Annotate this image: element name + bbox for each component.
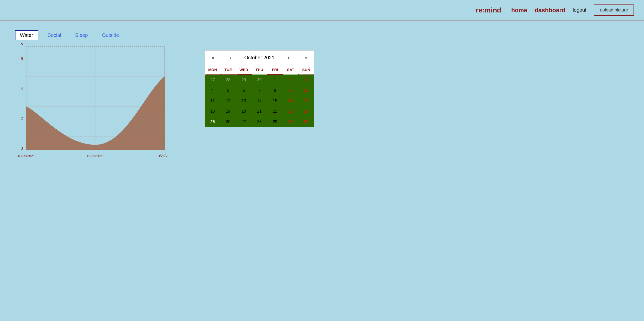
calendar-day[interactable]: 12 (220, 96, 236, 106)
svg-text:10/25/2021: 10/25/2021 (156, 154, 170, 158)
weekday-thu: THU (252, 65, 268, 74)
calendar-day[interactable]: 27 (236, 117, 252, 127)
calendar-week-row: 25262728293031 (205, 117, 314, 127)
calendar-day[interactable]: 16 (283, 96, 298, 106)
weekday-fri: FRI (267, 65, 283, 74)
nav-home[interactable]: home (511, 7, 527, 14)
calendar-day[interactable]: 6 (236, 85, 252, 96)
calendar-day[interactable]: 14 (252, 96, 268, 106)
main-content: Water Social Sleep Outside 0 2 4 6 8 (0, 25, 644, 172)
weekday-sun: SUN (298, 65, 314, 74)
calendar-week-row: 45678910 (205, 85, 314, 96)
chart-container: 0 2 4 6 8 (15, 43, 170, 167)
calendar-day[interactable]: 29 (267, 117, 283, 127)
calendar-next-button[interactable]: › (286, 54, 291, 61)
calendar-day[interactable]: 5 (220, 85, 236, 96)
calendar-day[interactable]: 11 (205, 96, 220, 106)
calendar-area: « ‹ October 2021 › » MON TUE WED THU FRI… (204, 50, 314, 127)
calendar-day[interactable]: 8 (267, 85, 283, 96)
calendar-week-row: 11121314151617 (205, 96, 314, 106)
calendar-day[interactable]: 28 (252, 117, 268, 127)
calendar-day[interactable]: 21 (252, 106, 268, 117)
calendar-day[interactable]: 30 (283, 117, 298, 127)
tab-social[interactable]: Social (43, 31, 66, 40)
calendar-day[interactable]: 27 (205, 74, 220, 85)
calendar-day[interactable]: 23 (283, 106, 298, 117)
weekday-sat: SAT (283, 65, 298, 74)
chart-area: Water Social Sleep Outside 0 2 4 6 8 (15, 30, 190, 167)
header: re:mind home dashboard logout upload pic… (0, 0, 644, 20)
weekday-wed: WED (236, 65, 252, 74)
calendar-next-next-button[interactable]: » (302, 54, 309, 61)
calendar-header: « ‹ October 2021 › » (205, 51, 314, 65)
calendar-day[interactable]: 3 (298, 74, 314, 85)
svg-text:4: 4 (21, 86, 23, 91)
calendar-week-row: 18192021222324 (205, 106, 314, 117)
header-divider (0, 20, 644, 20)
calendar-day[interactable]: 24 (298, 106, 314, 117)
chart-svg: 0 2 4 6 8 (15, 43, 170, 167)
calendar-day[interactable]: 28 (220, 74, 236, 85)
svg-text:8: 8 (21, 43, 23, 46)
calendar-day[interactable]: 20 (236, 106, 252, 117)
calendar-day[interactable]: 13 (236, 96, 252, 106)
calendar-day[interactable]: 10 (298, 85, 314, 96)
svg-text:0: 0 (21, 146, 23, 151)
calendar-day[interactable]: 17 (298, 96, 314, 106)
calendar-day[interactable]: 4 (205, 85, 220, 96)
calendar-day[interactable]: 30 (252, 74, 268, 85)
svg-text:2: 2 (21, 116, 23, 121)
nav-dashboard[interactable]: dashboard (535, 7, 566, 14)
calendar-day[interactable]: 18 (205, 106, 220, 117)
tab-sleep[interactable]: Sleep (70, 31, 92, 40)
calendar-month-title: October 2021 (244, 55, 274, 60)
calendar-day[interactable]: 29 (236, 74, 252, 85)
calendar-day[interactable]: 26 (220, 117, 236, 127)
calendar-day[interactable]: 9 (283, 85, 298, 96)
calendar-day[interactable]: 7 (252, 85, 268, 96)
calendar-day[interactable]: 31 (298, 117, 314, 127)
calendar-widget: « ‹ October 2021 › » MON TUE WED THU FRI… (204, 50, 314, 127)
calendar-day[interactable]: 25 (205, 117, 220, 127)
calendar-weekday-row: MON TUE WED THU FRI SAT SUN (205, 65, 314, 74)
svg-text:10/25/2021: 10/25/2021 (18, 154, 35, 158)
tab-outside[interactable]: Outside (97, 31, 124, 40)
nav-logout[interactable]: logout (573, 7, 586, 13)
calendar-day[interactable]: 2 (283, 74, 298, 85)
weekday-mon: MON (205, 65, 220, 74)
tab-bar: Water Social Sleep Outside (15, 30, 190, 40)
upload-picture-button[interactable]: upload picture (594, 4, 634, 16)
calendar-week-row: 27282930123 (205, 74, 314, 85)
tab-water[interactable]: Water (15, 30, 38, 40)
calendar-table: MON TUE WED THU FRI SAT SUN 272829301234… (205, 65, 314, 127)
svg-text:6: 6 (21, 56, 23, 61)
calendar-day[interactable]: 19 (220, 106, 236, 117)
calendar-day[interactable]: 1 (267, 74, 283, 85)
weekday-tue: TUE (220, 65, 236, 74)
brand-logo: re:mind (476, 6, 501, 14)
calendar-prev-prev-button[interactable]: « (210, 54, 216, 61)
calendar-day[interactable]: 22 (267, 106, 283, 117)
svg-text:10/25/2021: 10/25/2021 (86, 154, 104, 158)
calendar-day[interactable]: 15 (267, 96, 283, 106)
calendar-prev-button[interactable]: ‹ (228, 54, 233, 61)
